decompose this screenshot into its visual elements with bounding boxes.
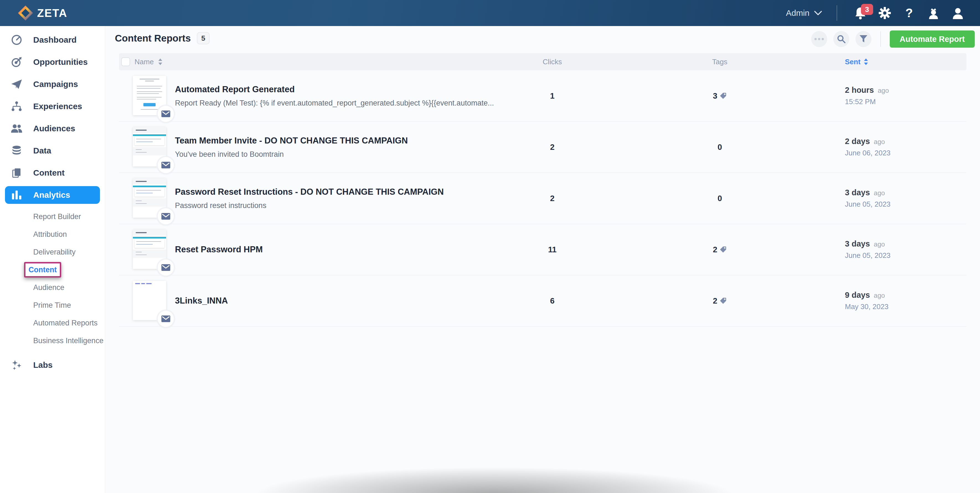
gear-icon: [878, 6, 891, 20]
column-header-sent[interactable]: Sent: [845, 57, 961, 66]
sidebar-item-analytics[interactable]: Analytics: [5, 186, 100, 204]
email-channel-icon: [158, 157, 174, 173]
help-button[interactable]: ?: [897, 0, 921, 26]
zeta-diamond-icon: [18, 5, 33, 21]
sparkles-icon: [11, 359, 23, 370]
database-icon: [11, 145, 23, 156]
subnav-deliverability[interactable]: Deliverability: [0, 243, 105, 261]
toolbar: Automate Report: [811, 30, 975, 48]
sidebar-item-audiences[interactable]: Audiences: [0, 117, 105, 140]
flow-icon: [11, 101, 23, 112]
email-channel-icon: [158, 260, 174, 276]
report-name: Team Member Invite - DO NOT CHANGE THIS …: [175, 136, 524, 146]
sidebar-item-opportunities[interactable]: Opportunities: [0, 51, 105, 73]
email-channel-icon: [158, 311, 174, 327]
tag-icon: [719, 297, 727, 305]
column-header-tags[interactable]: Tags: [698, 57, 742, 66]
table-header: Name Clicks Tags Sent: [119, 53, 966, 70]
report-name: Automated Report Generated: [175, 85, 524, 94]
profile-button[interactable]: [946, 0, 970, 26]
automate-report-button[interactable]: Automate Report: [890, 30, 975, 48]
sidebar-item-dashboard[interactable]: Dashboard: [0, 29, 105, 51]
table-row[interactable]: 3Links_INNA 6 2 9 days ago May 30, 2023: [119, 275, 966, 327]
dashboard-icon: [11, 34, 23, 45]
subnav-audience[interactable]: Audience: [0, 279, 105, 296]
subnav-attribution[interactable]: Attribution: [0, 225, 105, 243]
table-row[interactable]: Reset Password HPM 11 2 3 days ago June …: [119, 224, 966, 275]
report-subject: Password reset instructions: [175, 201, 524, 210]
sort-icon: [158, 58, 162, 65]
bar-chart-icon: [11, 190, 23, 200]
report-name: Reset Password HPM: [175, 244, 524, 255]
search-icon: [837, 35, 846, 43]
sent-value: 2 days ago June 06, 2023: [845, 121, 961, 172]
column-header-name[interactable]: Name: [121, 57, 162, 66]
sent-value: 9 days ago May 30, 2023: [845, 275, 961, 326]
tags-value: 3: [698, 70, 742, 121]
toolbar-divider: [880, 31, 881, 47]
admin-users-button[interactable]: [921, 0, 946, 26]
select-all-checkbox[interactable]: [121, 57, 130, 66]
filter-button[interactable]: [856, 31, 872, 47]
sidebar-item-campaigns[interactable]: Campaigns: [0, 73, 105, 95]
notification-badge: 3: [861, 4, 873, 15]
tags-value: 2: [698, 224, 742, 275]
chevron-down-icon: [814, 11, 822, 16]
subnav-automated-reports[interactable]: Automated Reports: [0, 314, 105, 332]
sidebar-item-data[interactable]: Data: [0, 140, 105, 162]
tags-value: 0: [698, 173, 742, 224]
brand-name: ZETA: [37, 7, 67, 19]
clicks-value: 2: [530, 121, 574, 172]
tags-value: 0: [698, 121, 742, 172]
tag-icon: [719, 246, 727, 253]
admin-label: Admin: [786, 8, 810, 18]
report-subject: You've been invited to Boomtrain: [175, 150, 524, 159]
sidebar-item-content[interactable]: Content: [0, 162, 105, 184]
email-channel-icon: [158, 106, 174, 122]
search-button[interactable]: [833, 31, 850, 47]
more-options-button[interactable]: [811, 31, 827, 47]
target-icon: [11, 56, 23, 68]
report-name: 3Links_INNA: [175, 296, 524, 306]
ellipsis-icon: [814, 38, 824, 40]
clicks-value: 6: [530, 275, 574, 326]
sent-value: 3 days ago June 05, 2023: [845, 173, 961, 224]
subnav-content-active[interactable]: Content: [0, 261, 105, 279]
admin-menu[interactable]: Admin: [786, 8, 822, 18]
top-bar: ZETA Admin 3: [0, 0, 980, 26]
clicks-value: 11: [530, 224, 574, 275]
table-row[interactable]: Password Reset Instructions - DO NOT CHA…: [119, 173, 966, 224]
tag-icon: [719, 92, 727, 99]
report-name: Password Reset Instructions - DO NOT CHA…: [175, 187, 524, 197]
paper-plane-icon: [11, 79, 23, 89]
subnav-prime-time[interactable]: Prime Time: [0, 296, 105, 314]
overlay-shadow: [230, 465, 759, 493]
page-header: Content Reports 5 Automate Report: [105, 26, 980, 53]
page-title: Content Reports: [115, 33, 191, 44]
settings-button[interactable]: [873, 0, 897, 26]
sidebar-item-experiences[interactable]: Experiences: [0, 95, 105, 117]
subnav-business-intelligence[interactable]: Business Intelligence: [0, 332, 105, 349]
report-count-badge: 5: [197, 32, 210, 44]
main-content: Content Reports 5 Automate Report Name: [105, 26, 980, 493]
column-header-clicks[interactable]: Clicks: [530, 57, 574, 66]
sort-icon: [864, 58, 868, 65]
table-row[interactable]: Automated Report Generated Report Ready …: [119, 70, 966, 121]
email-channel-icon: [158, 208, 174, 224]
documents-icon: [11, 167, 23, 179]
sent-value: 3 days ago June 05, 2023: [845, 224, 961, 275]
user-crown-icon: [927, 6, 940, 20]
clicks-value: 2: [530, 173, 574, 224]
sidebar: Dashboard Opportunities Campaigns Experi…: [0, 26, 105, 493]
content-annotation-box: Content: [24, 262, 61, 278]
table-row[interactable]: Team Member Invite - DO NOT CHANGE THIS …: [119, 121, 966, 173]
question-mark-icon: ?: [905, 6, 913, 20]
notifications-button[interactable]: 3: [848, 0, 873, 26]
clicks-value: 1: [530, 70, 574, 121]
subnav-report-builder[interactable]: Report Builder: [0, 208, 105, 225]
brand-logo[interactable]: ZETA: [18, 5, 67, 21]
sidebar-item-labs[interactable]: Labs: [0, 354, 105, 376]
filter-icon: [859, 35, 868, 43]
report-subject: Report Ready (Mel Test): {% if event.aut…: [175, 99, 524, 107]
analytics-subnav: Report Builder Attribution Deliverabilit…: [0, 208, 105, 349]
